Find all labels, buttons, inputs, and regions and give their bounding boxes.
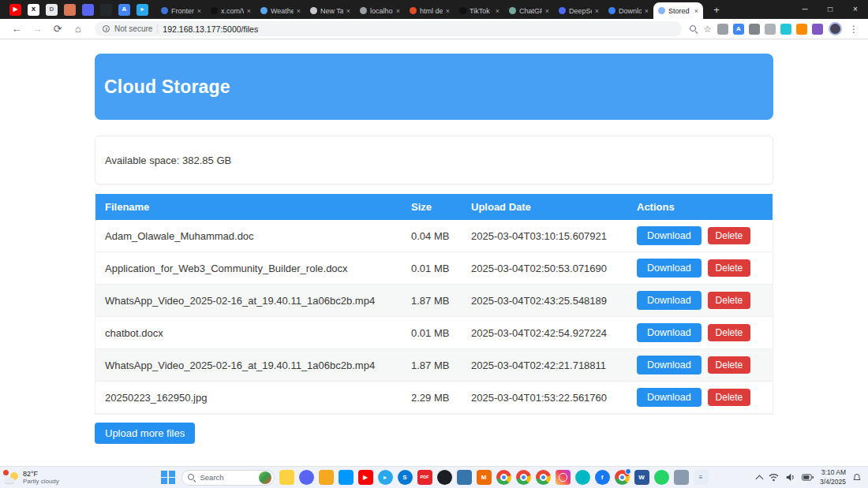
download-button[interactable]: Download bbox=[637, 388, 702, 407]
pdf-icon[interactable]: PDF bbox=[417, 470, 432, 485]
tab-close-icon[interactable]: × bbox=[694, 7, 698, 15]
claude-icon[interactable] bbox=[64, 4, 76, 16]
tab-close-icon[interactable]: × bbox=[297, 7, 301, 15]
tab-close-icon[interactable]: × bbox=[247, 7, 251, 15]
tab-stored-files[interactable]: Stored F× bbox=[653, 2, 703, 19]
notepad-icon[interactable]: ≡ bbox=[694, 470, 709, 485]
start-button[interactable] bbox=[160, 469, 177, 486]
tab-tiktok[interactable]: TikTok -× bbox=[455, 2, 504, 19]
tray-clock[interactable]: 3:10 AM 3/4/2025 bbox=[820, 468, 846, 486]
remote-desktop-icon[interactable] bbox=[674, 470, 689, 485]
tab-title: Stored F bbox=[668, 7, 691, 15]
tab-close-icon[interactable]: × bbox=[545, 7, 549, 15]
delete-button[interactable]: Delete bbox=[708, 356, 751, 374]
tab-close-icon[interactable]: × bbox=[645, 7, 649, 15]
upload-date-cell: 2025-03-04T02:42:54.927224 bbox=[471, 327, 637, 339]
back-button[interactable]: ← bbox=[8, 23, 25, 35]
instagram-icon[interactable] bbox=[556, 470, 571, 485]
upload-more-files-button[interactable]: Upload more files bbox=[95, 423, 195, 444]
notification-bell-icon[interactable] bbox=[852, 473, 862, 482]
upload-date-cell: 2025-03-04T02:50:53.071690 bbox=[471, 263, 637, 274]
python-icon[interactable] bbox=[457, 470, 472, 485]
home-button[interactable]: ⌂ bbox=[69, 23, 87, 35]
chrome-icon-2[interactable] bbox=[516, 470, 531, 485]
tab-close-icon[interactable]: × bbox=[197, 7, 201, 15]
tab-deepseek[interactable]: DeepSe× bbox=[554, 2, 604, 19]
tab-weather[interactable]: Weathe× bbox=[256, 2, 305, 19]
telegram-icon[interactable]: ▸ bbox=[378, 470, 393, 485]
tab-html-del[interactable]: html de× bbox=[405, 2, 455, 19]
forward-button[interactable]: → bbox=[28, 23, 46, 35]
download-button[interactable]: Download bbox=[637, 356, 702, 374]
word-icon[interactable]: W bbox=[634, 470, 649, 485]
discord-icon[interactable] bbox=[82, 4, 94, 16]
github-icon[interactable] bbox=[437, 470, 452, 485]
keyboard-extension-icon[interactable] bbox=[717, 24, 728, 35]
close-button[interactable]: × bbox=[843, 0, 868, 19]
orange-extension-icon[interactable] bbox=[796, 24, 807, 35]
taskbar-search[interactable]: Search bbox=[181, 470, 275, 486]
col-header-upload-date: Upload Date bbox=[471, 201, 637, 213]
weather-widget[interactable]: 82°F Partly cloudy bbox=[5, 470, 59, 486]
delete-button[interactable]: Delete bbox=[708, 292, 751, 309]
url-bar[interactable]: Not secure 192.168.13.177:5000/files bbox=[95, 21, 682, 36]
minimize-button[interactable]: ─ bbox=[792, 0, 817, 19]
chrome-icon-3[interactable] bbox=[536, 470, 551, 485]
tab-frontend[interactable]: Fronten× bbox=[156, 2, 206, 19]
photos-icon[interactable] bbox=[575, 470, 590, 485]
tab-localhost[interactable]: localhost× bbox=[355, 2, 405, 19]
profile-avatar[interactable] bbox=[829, 22, 842, 35]
download-button[interactable]: Download bbox=[637, 323, 702, 342]
folder-icon[interactable] bbox=[319, 470, 334, 485]
delete-button[interactable]: Delete bbox=[708, 389, 751, 406]
tab-close-icon[interactable]: × bbox=[595, 7, 599, 15]
tab-downloads[interactable]: Downlo× bbox=[604, 2, 653, 19]
file-explorer-icon[interactable] bbox=[279, 470, 294, 485]
tab-xcom[interactable]: x.com/W× bbox=[206, 2, 256, 19]
size-cell: 1.87 MB bbox=[411, 295, 471, 307]
x-icon[interactable]: X bbox=[28, 4, 39, 16]
download-button[interactable]: Download bbox=[637, 259, 702, 278]
vscode-icon[interactable] bbox=[339, 470, 354, 485]
skype-icon[interactable]: S bbox=[398, 470, 413, 485]
github-icon[interactable] bbox=[100, 4, 112, 16]
facebook-icon[interactable]: f bbox=[595, 470, 610, 485]
whatsapp-icon[interactable] bbox=[654, 470, 669, 485]
translate-extension-icon[interactable]: A bbox=[733, 24, 744, 35]
gmail-icon[interactable]: M bbox=[477, 470, 492, 485]
refresh-button[interactable]: ⟳ bbox=[49, 23, 66, 35]
new-tab-button[interactable]: + bbox=[709, 4, 724, 16]
cast-extension-icon[interactable] bbox=[749, 24, 760, 35]
download-button[interactable]: Download bbox=[637, 291, 702, 310]
tab-close-icon[interactable]: × bbox=[346, 7, 350, 15]
tab-new-tab[interactable]: New Tab× bbox=[305, 2, 355, 19]
tab-close-icon[interactable]: × bbox=[396, 7, 400, 15]
tab-close-icon[interactable]: × bbox=[446, 7, 450, 15]
tab-chatgpt[interactable]: ChatGPT× bbox=[504, 2, 554, 19]
youtube-icon[interactable]: ▶ bbox=[9, 4, 21, 16]
chrome-icon[interactable] bbox=[496, 470, 511, 485]
battery-icon[interactable] bbox=[802, 474, 814, 481]
tab-favicon bbox=[360, 7, 367, 14]
purple-extension-icon[interactable] bbox=[812, 24, 823, 35]
image-extension-icon[interactable] bbox=[765, 24, 776, 35]
menu-kebab-icon[interactable]: ⋮ bbox=[847, 24, 860, 34]
docs-icon[interactable]: D bbox=[46, 4, 58, 16]
delete-button[interactable]: Delete bbox=[708, 259, 751, 277]
volume-icon[interactable] bbox=[785, 473, 795, 482]
telegram-icon[interactable]: ▸ bbox=[137, 4, 148, 16]
download-button[interactable]: Download bbox=[637, 226, 702, 245]
discord-icon[interactable] bbox=[299, 470, 314, 485]
wifi-icon[interactable] bbox=[769, 473, 779, 482]
tray-chevron-up-icon[interactable] bbox=[755, 475, 763, 482]
tab-close-icon[interactable]: × bbox=[496, 7, 499, 15]
maximize-button[interactable]: □ bbox=[817, 0, 843, 19]
zoom-icon[interactable] bbox=[690, 25, 698, 33]
teal-extension-icon[interactable] bbox=[780, 24, 791, 35]
delete-button[interactable]: Delete bbox=[708, 227, 751, 244]
chrome-active-icon[interactable] bbox=[615, 470, 630, 485]
delete-button[interactable]: Delete bbox=[708, 324, 751, 341]
youtube-icon[interactable]: ▶ bbox=[358, 470, 373, 485]
translate-icon[interactable]: A bbox=[118, 4, 130, 16]
bookmark-star-icon[interactable]: ☆ bbox=[703, 24, 712, 34]
